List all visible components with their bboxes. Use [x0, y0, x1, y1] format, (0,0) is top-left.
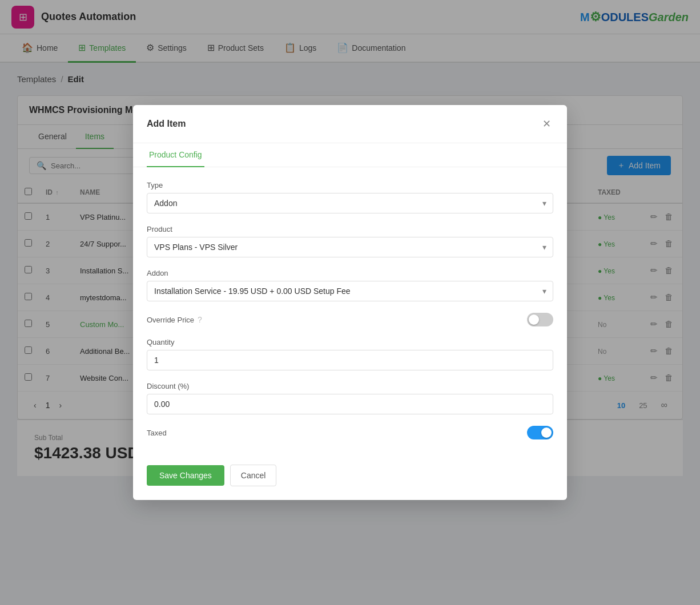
modal-footer: Save Changes Cancel [133, 465, 567, 487]
taxed-text: Taxed [147, 429, 167, 437]
form-group-addon: Addon Installation Service - 19.95 USD +… [147, 269, 553, 301]
product-select[interactable]: VPS Plans - VPS Silver VPS Plans - VPS G… [147, 237, 553, 257]
modal-header: Add Item ✕ [133, 105, 567, 143]
discount-label: Discount (%) [147, 382, 553, 390]
addon-select-wrapper: Installation Service - 19.95 USD + 0.00 … [147, 281, 553, 301]
taxed-row: Taxed [147, 426, 553, 439]
quantity-input[interactable] [147, 350, 553, 370]
type-select-wrapper: Addon Product Domain Custom [147, 193, 553, 213]
help-icon[interactable]: ? [198, 315, 202, 324]
form-group-discount: Discount (%) [147, 382, 553, 414]
discount-input[interactable] [147, 394, 553, 414]
modal-title: Add Item [147, 119, 186, 129]
form-group-type: Type Addon Product Domain Custom [147, 181, 553, 213]
add-item-modal: Add Item ✕ Product Config Type Addon Pro… [133, 105, 567, 487]
modal-tabs: Product Config [133, 143, 567, 167]
taxed-slider [527, 426, 553, 439]
cancel-button[interactable]: Cancel [230, 465, 277, 486]
type-select[interactable]: Addon Product Domain Custom [147, 193, 553, 213]
form-group-product: Product VPS Plans - VPS Silver VPS Plans… [147, 225, 553, 257]
override-price-label: Override Price ? [147, 315, 202, 324]
save-changes-button[interactable]: Save Changes [147, 465, 224, 486]
quantity-label: Quantity [147, 338, 553, 346]
product-select-wrapper: VPS Plans - VPS Silver VPS Plans - VPS G… [147, 237, 553, 257]
override-price-slider [527, 313, 553, 326]
product-label: Product [147, 225, 553, 233]
modal-close-button[interactable]: ✕ [540, 115, 553, 132]
modal-overlay[interactable]: Add Item ✕ Product Config Type Addon Pro… [0, 0, 700, 487]
taxed-toggle[interactable] [527, 426, 553, 439]
override-price-row: Override Price ? [147, 313, 553, 326]
addon-label: Addon [147, 269, 553, 277]
modal-body: Type Addon Product Domain Custom Product… [133, 167, 567, 465]
override-price-text: Override Price [147, 316, 194, 324]
type-label: Type [147, 181, 553, 189]
addon-select[interactable]: Installation Service - 19.95 USD + 0.00 … [147, 281, 553, 301]
override-price-toggle[interactable] [527, 313, 553, 326]
taxed-label: Taxed [147, 429, 167, 437]
modal-tab-product-config[interactable]: Product Config [147, 143, 204, 167]
form-group-quantity: Quantity [147, 338, 553, 370]
